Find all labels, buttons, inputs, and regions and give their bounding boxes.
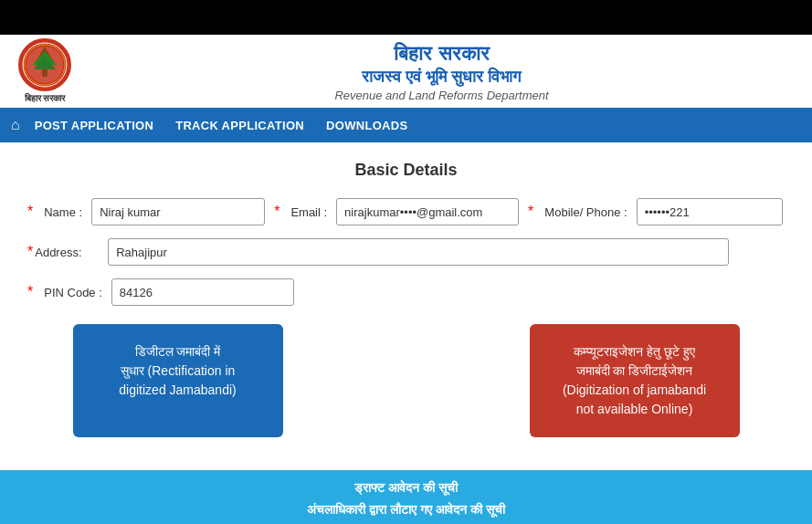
address-input[interactable] (108, 238, 729, 266)
home-icon[interactable]: ⌂ (11, 117, 20, 133)
navbar: ⌂ POST APPLICATION TRACK APPLICATION DOW… (0, 108, 812, 142)
mobile-required-star: * (528, 204, 533, 220)
section-title: Basic Details (27, 161, 785, 180)
header-subtitle-en: Revenue and Land Reforms Department (90, 89, 794, 102)
header: बिहार सरकार बिहार सरकार राजस्व एवं भूमि … (0, 35, 812, 108)
pin-label: PIN Code : (44, 286, 102, 299)
svg-rect-5 (42, 69, 47, 77)
name-required-star: * (27, 204, 33, 220)
email-input[interactable] (336, 198, 519, 225)
header-title-hindi: बिहार सरकार (90, 41, 794, 68)
name-input[interactable] (91, 198, 265, 225)
cards-row: डिजीटल जमाबंदी में सुधार (Rectification … (27, 324, 785, 437)
pin-required-star: * (27, 284, 33, 300)
address-row: * Address: (27, 238, 785, 266)
nav-track-application[interactable]: TRACK APPLICATION (175, 119, 304, 132)
card-blue-line3: digitized Jamabandi) (119, 383, 236, 397)
top-bar (0, 0, 812, 35)
logo-circle (18, 38, 71, 91)
bottom-bar-line1[interactable]: ड्राफ्ट आवेदन की सूची (9, 477, 803, 499)
card-red-line3: (Digitization of jamabandi (563, 383, 706, 397)
address-label: Address: (35, 246, 108, 259)
card-digitization-offline[interactable]: कम्प्यूटराइजेशन हेतु छूटे हुए जमाबंदी का… (530, 324, 740, 437)
nav-downloads[interactable]: DOWNLOADS (326, 119, 407, 132)
card-spacer (301, 324, 511, 437)
pin-row: * PIN Code : (27, 278, 785, 306)
email-required-star: * (274, 204, 279, 220)
header-subtitle-hindi: राजस्व एवं भूमि सुधार विभाग (90, 67, 794, 88)
mobile-input[interactable] (637, 198, 783, 225)
card-blue-line2: सुधार (Rectification in (121, 363, 236, 378)
nav-post-application[interactable]: POST APPLICATION (35, 119, 153, 132)
card-red-line1: कम्प्यूटराइजेशन हेतु छूटे हुए (574, 344, 695, 359)
logo-text: बिहार सरकार (25, 93, 66, 104)
name-email-mobile-row: * Name : * Email : * Mobile/ Phone : (27, 198, 785, 225)
card-red-line4: not available Online) (576, 402, 693, 416)
email-label: Email : (290, 205, 327, 219)
name-label: Name : (44, 205, 82, 219)
card-digitized-jamabandi[interactable]: डिजीटल जमाबंदी में सुधार (Rectification … (73, 324, 283, 437)
bottom-bar-line2[interactable]: अंचलाधिकारी द्वारा लौटाए गए आवेदन की सूच… (9, 499, 803, 521)
card-blue-line1: डिजीटल जमाबंदी में (135, 344, 221, 359)
main-content: Basic Details * Name : * Email : * Mobil… (0, 142, 812, 470)
pin-input[interactable] (111, 278, 294, 306)
card-red-line2: जमाबंदी का डिजीटाईजेशन (576, 363, 693, 378)
logo-area: बिहार सरकार (18, 38, 71, 104)
mobile-label: Mobile/ Phone : (544, 205, 627, 219)
bottom-bar: ड्राफ्ट आवेदन की सूची अंचलाधिकारी द्वारा… (0, 470, 812, 524)
address-required-star: * (27, 244, 33, 260)
header-center: बिहार सरकार राजस्व एवं भूमि सुधार विभाग … (90, 41, 794, 102)
